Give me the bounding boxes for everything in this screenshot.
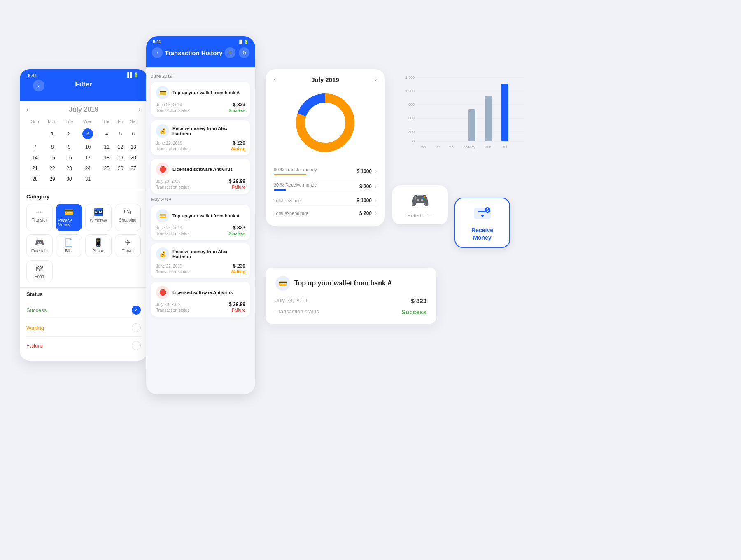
stat-revenue-chevron: › [375, 198, 377, 203]
analytics-prev-btn[interactable]: ‹ [274, 76, 276, 83]
txn-card-status-row: Transaction status Success [156, 231, 245, 236]
cal-prev-btn[interactable]: ‹ [26, 106, 28, 113]
txn-card-date: July 20, 2019 [156, 179, 181, 184]
status-item-waiting[interactable]: Waiting [26, 319, 141, 337]
txn-card[interactable]: 💳 Top up your wallet from bank A June 25… [151, 205, 250, 240]
txn-status-label: Transaction status [156, 308, 189, 313]
cal-day-23[interactable]: 23 [62, 163, 77, 173]
cal-day-1[interactable]: 1 [44, 126, 61, 141]
cal-day-9[interactable]: 9 [62, 142, 77, 152]
cal-day-12[interactable]: 12 [115, 142, 126, 152]
cal-day-15[interactable]: 15 [44, 153, 61, 163]
cal-day-7[interactable]: 7 [27, 142, 43, 152]
cal-day-28[interactable]: 28 [27, 174, 43, 184]
status-checkbox[interactable]: ✓ [132, 306, 141, 315]
cal-day-29[interactable]: 29 [44, 174, 61, 184]
status-name: Failure [26, 343, 43, 349]
txn-month-label: May 2019 [151, 197, 250, 202]
txn-card-date-amount: July 20, 2019 $ 29.99 [156, 301, 245, 307]
cat-item-withdraw[interactable]: 🏧 Withdraw [85, 204, 112, 231]
cat-item-travel[interactable]: ✈ Travel [115, 234, 141, 257]
stat-receive-amount: $ 200 [359, 184, 372, 189]
txn-card-status-row: Transaction status Failure [156, 308, 245, 313]
cat-item-receive-money[interactable]: 💳 Receive Money [56, 204, 82, 231]
cal-next-btn[interactable]: › [139, 106, 141, 113]
cal-day-4[interactable]: 4 [99, 126, 114, 141]
txn-refresh-icon[interactable]: ↻ [239, 47, 249, 58]
status-checkbox[interactable] [132, 323, 141, 332]
cal-day-27[interactable]: 27 [127, 163, 140, 173]
cal-day-17[interactable]: 17 [77, 153, 98, 163]
txn-card-header: 💳 Top up your wallet from bank A [156, 86, 245, 99]
txn-card-amount: $ 29.99 [229, 301, 245, 307]
txn-card[interactable]: 💰 Receive money from Alex Hartman June 2… [151, 243, 250, 278]
category-section: Category ↔ Transfer💳 Receive Money🏧 With… [20, 194, 147, 287]
cal-day-3[interactable]: 3 [77, 126, 98, 141]
cat-item-bills[interactable]: 📄 Bills [56, 234, 82, 257]
cal-day-20[interactable]: 20 [127, 153, 140, 163]
cat-icon: 🎮 [35, 238, 44, 247]
txn-card[interactable]: 🔴 Licensed software Antivirus July 20, 2… [151, 282, 250, 317]
cat-item-transfer[interactable]: ↔ Transfer [26, 204, 53, 231]
cal-day-2[interactable]: 2 [62, 126, 77, 141]
txn-detail-status-value: Success [401, 308, 426, 315]
cal-day-30[interactable]: 30 [62, 174, 77, 184]
cal-day-25[interactable]: 25 [99, 163, 114, 173]
txn-card[interactable]: 💰 Receive money from Alex Hartman June 2… [151, 120, 250, 155]
receive-money-card[interactable]: $ ReceiveMoney [454, 198, 510, 248]
txn-detail-status-row: Transaction status Success [275, 308, 426, 315]
txn-header-icons: ≡ ↻ [225, 47, 249, 58]
txn-avatar: 💰 [156, 247, 169, 261]
cal-day-31[interactable]: 31 [77, 174, 98, 184]
txn-card-header: 💰 Receive money from Alex Hartman [156, 124, 245, 138]
cal-day-14[interactable]: 14 [27, 153, 43, 163]
cal-day-18[interactable]: 18 [99, 153, 114, 163]
cal-day-24[interactable]: 24 [77, 163, 98, 173]
cat-label: Receive Money [58, 218, 80, 227]
cal-day-8[interactable]: 8 [44, 142, 61, 152]
cal-day-22[interactable]: 22 [44, 163, 61, 173]
cal-day-21[interactable]: 21 [27, 163, 43, 173]
cal-day-16[interactable]: 16 [62, 153, 77, 163]
stat-revenue-amount: $ 1000 [357, 198, 372, 203]
status-name: Waiting [26, 325, 44, 331]
cal-month-year: July 2019 [69, 106, 98, 113]
txn-card[interactable]: 💳 Top up your wallet from bank A June 25… [151, 82, 250, 117]
cat-item-phone[interactable]: 📱 Phone [85, 234, 112, 257]
cal-day-5[interactable]: 5 [115, 126, 126, 141]
bar-chart: 1,500 1,200 900 600 300 0 Jan Fer Mar Ap… [400, 73, 524, 156]
stat-total-expenditure[interactable]: Total expenditure $ 200 › [274, 207, 377, 219]
status-name: Success [26, 307, 47, 313]
txn-back-button[interactable]: ‹ [152, 47, 163, 58]
svg-text:300: 300 [408, 130, 415, 134]
txn-status-label: Transaction status [156, 231, 189, 236]
cal-day-26[interactable]: 26 [115, 163, 126, 173]
cat-item-entertain[interactable]: 🎮 Entertain [26, 234, 53, 257]
cal-day-19[interactable]: 19 [115, 153, 126, 163]
cat-label: Travel [122, 249, 133, 253]
stat-transfer[interactable]: 80 % Transfer money $ 1000 › [274, 164, 377, 179]
cat-icon: ✈ [125, 238, 131, 247]
filter-back-button[interactable]: ‹ [33, 80, 44, 91]
status-item-failure[interactable]: Failure [26, 337, 141, 354]
status-item-success[interactable]: Success ✓ [26, 301, 141, 319]
svg-text:Fer: Fer [434, 145, 440, 149]
stat-receive[interactable]: 20 % Receive money $ 200 › [274, 179, 377, 194]
txn-card[interactable]: 🔴 Licensed software Antivirus July 20, 2… [151, 159, 250, 194]
status-checkbox[interactable] [132, 341, 141, 350]
svg-text:Jun: Jun [485, 145, 492, 149]
cat-item-food[interactable]: 🍽 Food [26, 260, 53, 282]
stat-expenditure-label: Total expenditure [274, 211, 308, 216]
txn-card-name: Licensed software Antivirus [172, 290, 233, 295]
cat-item-shopping[interactable]: 🛍 Shopping [115, 204, 141, 231]
entertain-card[interactable]: 🎮 Entertain... [392, 185, 448, 224]
analytics-next-btn[interactable]: › [375, 76, 377, 83]
cal-day-11[interactable]: 11 [99, 142, 114, 152]
txn-filter-icon[interactable]: ≡ [225, 47, 235, 58]
stat-total-revenue[interactable]: Total revenue $ 1000 › [274, 194, 377, 207]
cal-day-empty [115, 174, 126, 184]
txn-status-value: Waiting [231, 270, 245, 274]
cal-day-10[interactable]: 10 [77, 142, 98, 152]
cal-day-6[interactable]: 6 [127, 126, 140, 141]
cal-day-13[interactable]: 13 [127, 142, 140, 152]
